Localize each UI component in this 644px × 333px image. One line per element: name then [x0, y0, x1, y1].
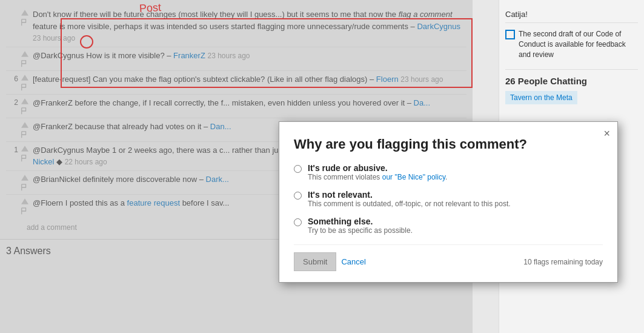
radio-rude[interactable] [294, 165, 302, 173]
modal-option-rude: It's rude or abusive. This comment viola… [294, 163, 603, 181]
sidebar-catija-text: Catija! [505, 6, 638, 23]
modal-footer: Submit Cancel 10 flags remaining today [294, 244, 603, 271]
radio-irrelevant[interactable] [294, 192, 302, 200]
flags-remaining: 10 flags remaining today [523, 258, 603, 266]
flag-comment-modal: × Why are you flagging this comment? It'… [279, 121, 618, 283]
modal-option-irrelevant: It's not relevant. This comment is outda… [294, 190, 603, 208]
chatting-title: 26 People Chatting [505, 76, 638, 86]
option-label-rude[interactable]: It's rude or abusive. [308, 163, 388, 173]
notice-icon [505, 30, 515, 39]
modal-title: Why are you flagging this comment? [294, 136, 603, 152]
option-desc-other: Try to be as specific as possible. [308, 226, 603, 235]
submit-button[interactable]: Submit [294, 252, 336, 271]
option-content-other: Something else. Try to be as specific as… [308, 217, 603, 235]
option-content-rude: It's rude or abusive. This comment viola… [308, 163, 603, 181]
option-desc-irrelevant: This comment is outdated, off-topic, or … [308, 200, 603, 208]
radio-other[interactable] [294, 218, 302, 226]
sidebar-notice-text: The second draft of our Code of Conduct … [519, 29, 638, 59]
option-desc-rude: This comment violates our "Be Nice" poli… [308, 173, 603, 181]
option-content-irrelevant: It's not relevant. This comment is outda… [308, 190, 603, 208]
cancel-button[interactable]: Cancel [341, 257, 365, 266]
option-label-other[interactable]: Something else. [308, 217, 373, 226]
chatroom-link[interactable]: Tavern on the Meta [505, 91, 577, 104]
be-nice-link[interactable]: our "Be Nice" policy [382, 173, 445, 181]
modal-close-button[interactable]: × [603, 128, 610, 139]
option-label-irrelevant[interactable]: It's not relevant. [308, 190, 373, 200]
sidebar-notice: The second draft of our Code of Conduct … [505, 29, 638, 59]
modal-option-other: Something else. Try to be as specific as… [294, 217, 603, 235]
